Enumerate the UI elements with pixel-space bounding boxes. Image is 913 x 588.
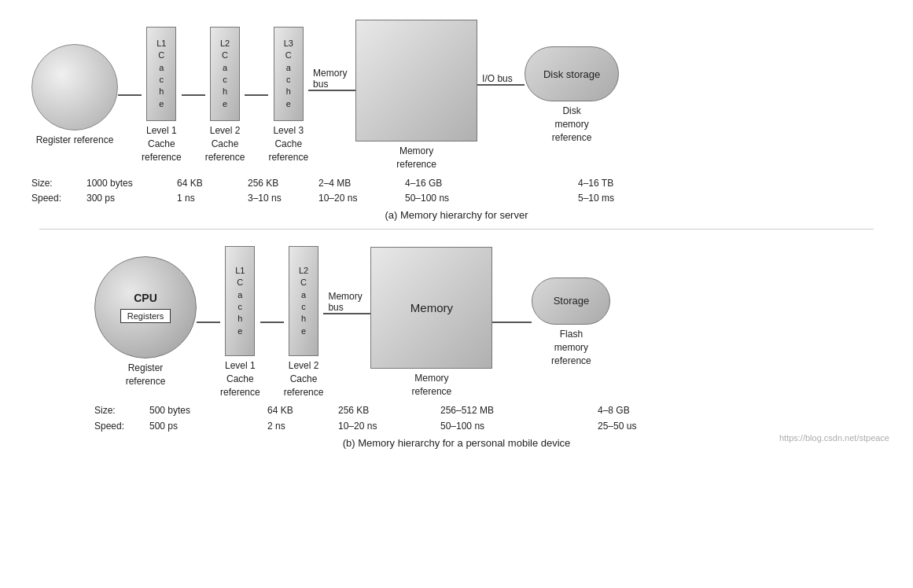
- l2b-h: h: [301, 313, 306, 325]
- speed-label-a: Speed:: [31, 191, 87, 206]
- spec-labels-b: Size: Speed:: [94, 403, 149, 433]
- l2b-ch: c: [301, 301, 306, 313]
- l2-cache-component-b: L2 C a c h e Level 2Cachereference: [284, 246, 324, 399]
- memory-bus-label-a: Memorybus: [313, 68, 347, 90]
- l1-h: h: [159, 86, 164, 97]
- specs-row-a: Size: Speed: 1000 bytes 300 ps 64 KB 1 n…: [16, 176, 897, 206]
- l1b-a: a: [237, 289, 242, 301]
- l3-speed-a: 10–20 ns: [318, 191, 405, 206]
- cpu-caption: Registerreference: [126, 362, 166, 388]
- disk-speed-a: 5–10 ms: [578, 191, 672, 206]
- size-label-a: Size:: [31, 176, 87, 191]
- registers-text: Registers: [127, 311, 164, 321]
- l2-e: e: [223, 98, 227, 110]
- line-5: [477, 84, 525, 86]
- disk-component: Disk storage Diskmemoryreference: [525, 46, 619, 144]
- l1b-ch: c: [238, 301, 243, 313]
- storage-speed-b: 25–50 us: [598, 419, 692, 434]
- disk-size-a: 4–16 TB: [578, 176, 672, 191]
- spec-memory-b: 256–512 MB 50–100 ns: [440, 403, 598, 433]
- memory-square-b: Memory: [370, 247, 492, 369]
- registers-box: Registers: [120, 309, 171, 323]
- l3-ch: c: [286, 74, 291, 86]
- memory-label-b: Memory: [410, 301, 453, 314]
- storage-size-b: 4–8 GB: [598, 403, 692, 418]
- register-caption: Register reference: [36, 134, 114, 147]
- l2b-c: C: [300, 277, 307, 288]
- l3-e: e: [286, 98, 291, 110]
- register-speed-b: 500 ps: [149, 419, 267, 434]
- section-divider: [39, 229, 874, 230]
- l2-cache-block-b: L2 C a c h e: [289, 246, 318, 356]
- l3-c: C: [285, 50, 292, 61]
- l1-size-b: 64 KB: [267, 403, 338, 418]
- l2-a: a: [223, 62, 227, 74]
- l1-speed-b: 2 ns: [267, 419, 338, 434]
- l1-caption: Level 1Cachereference: [142, 124, 182, 164]
- mem-size-a: 4–16 GB: [405, 176, 578, 191]
- l1b-c: C: [237, 277, 243, 288]
- l2-caption: Level 2Cachereference: [205, 124, 245, 164]
- line-2: [182, 94, 205, 96]
- line-3: [245, 94, 268, 96]
- cpu-circle: CPU Registers: [94, 256, 197, 358]
- watermark: https://blog.csdn.net/stpeace: [779, 433, 889, 443]
- l2b-e: e: [301, 325, 306, 337]
- l2-label: L2: [220, 38, 230, 50]
- storage-label: Storage: [554, 295, 590, 307]
- l3-a: a: [286, 62, 291, 74]
- io-bus-label-a: I/O bus: [482, 73, 513, 84]
- spec-labels: Size: Speed:: [31, 176, 87, 206]
- l2-ch: c: [223, 74, 227, 86]
- l2-cache-block: L2 C a c h e: [210, 27, 240, 121]
- section-a: Register reference L1 C a c h e Level 1C…: [16, 8, 897, 221]
- spec-l1-b: 64 KB 2 ns: [267, 403, 338, 433]
- l1-label: L1: [156, 38, 166, 50]
- diagram-area: Register reference L1 C a c h e Level 1C…: [16, 8, 897, 449]
- register-component: Register reference: [31, 44, 118, 147]
- diagram-row-a: Register reference L1 C a c h e Level 1C…: [16, 8, 897, 171]
- l1-a: a: [159, 62, 164, 74]
- spec-memory-a: 4–16 GB 50–100 ns: [405, 176, 578, 206]
- spec-l2-a: 256 KB 3–10 ns: [248, 176, 318, 206]
- line-b1: [197, 322, 220, 323]
- l2b-caption: Level 2Cachereference: [284, 359, 324, 399]
- spec-l1-a: 64 KB 1 ns: [177, 176, 248, 206]
- l1-e: e: [159, 98, 164, 110]
- l3-cache-block: L3 C a c h e: [274, 27, 304, 121]
- spec-l2-b: 256 KB 10–20 ns: [338, 403, 440, 433]
- disk-label: Disk storage: [543, 68, 600, 80]
- l2-c: C: [222, 50, 228, 61]
- l1-ch: c: [160, 74, 164, 86]
- memory-bus-label-b: Memorybus: [328, 291, 362, 313]
- memory-square-a: [355, 20, 477, 141]
- specs-row-b: Size: Speed: 500 bytes 500 ps 64 KB 2 ns…: [16, 403, 897, 433]
- l3-h: h: [286, 86, 291, 97]
- storage-pill: Storage: [532, 277, 610, 325]
- l1b-h: h: [237, 313, 242, 325]
- spec-register-a: 1000 bytes 300 ps: [87, 176, 177, 206]
- register-circle: [31, 44, 118, 130]
- memory-component-b: Memory Memoryreference: [370, 247, 492, 399]
- mem-speed-b: 50–100 ns: [440, 419, 598, 434]
- l1-cache-block: L1 C a c h e: [146, 27, 176, 121]
- l1-cache-component: L1 C a c h e Level 1Cachereference: [142, 27, 182, 164]
- l1-size-a: 64 KB: [177, 176, 248, 191]
- disk-pill: Disk storage: [525, 46, 619, 101]
- l2-size-b: 256 KB: [338, 403, 440, 418]
- line-b4: [492, 322, 532, 323]
- spec-disk-a: 4–16 TB 5–10 ms: [578, 176, 672, 206]
- size-label-b: Size:: [94, 403, 149, 418]
- spec-l3-a: 2–4 MB 10–20 ns: [318, 176, 405, 206]
- disk-caption: Diskmemoryreference: [552, 105, 592, 144]
- l3-label: L3: [284, 38, 293, 50]
- register-size-b: 500 bytes: [149, 403, 267, 418]
- l1-c: C: [158, 50, 164, 61]
- section-b: CPU Registers Registerreference L1 C a c: [16, 234, 897, 449]
- mem-size-b: 256–512 MB: [440, 403, 598, 418]
- l2-speed-b: 10–20 ns: [338, 419, 440, 434]
- section-a-title: (a) Memory hierarchy for server: [16, 209, 897, 221]
- cpu-text: CPU: [134, 292, 157, 304]
- l1b-e: e: [237, 325, 242, 337]
- line-b3: [323, 313, 370, 314]
